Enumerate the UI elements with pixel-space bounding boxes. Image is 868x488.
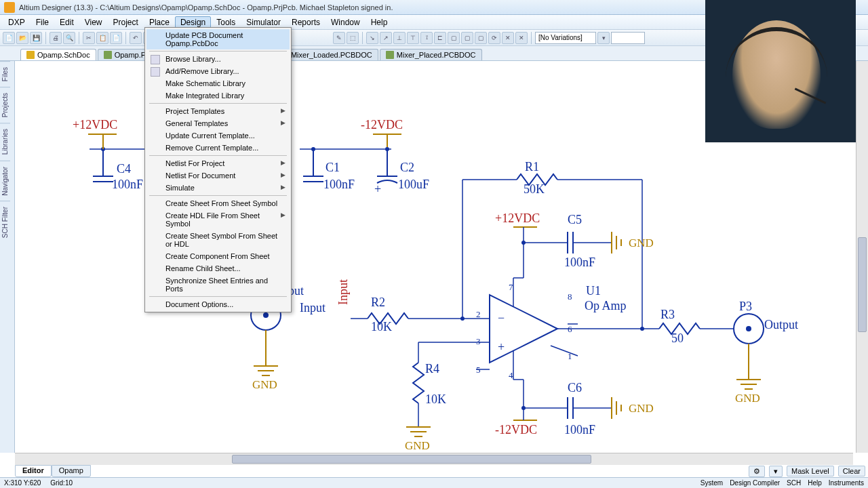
menu-help[interactable]: Help — [366, 16, 393, 28]
toolbar-button[interactable]: ▢ — [475, 32, 487, 44]
toolbar-button[interactable]: ▾ — [769, 466, 783, 477]
side-tab[interactable]: Libraries — [0, 123, 10, 160]
menu-item[interactable]: Add/Remove Library... — [146, 65, 290, 77]
status-bar: X:310 Y:620 Grid:10 SystemDesign Compile… — [0, 477, 868, 488]
tab-icon — [386, 51, 394, 59]
menu-reports[interactable]: Reports — [286, 16, 326, 28]
svg-text:C1: C1 — [326, 161, 340, 174]
toolbar-button[interactable]: 🔍 — [63, 32, 75, 44]
svg-text:50: 50 — [671, 331, 684, 345]
menu-edit[interactable]: Edit — [54, 16, 79, 28]
toolbar-combo[interactable] — [611, 32, 645, 44]
side-tab[interactable]: SCH Filter — [0, 201, 10, 243]
variations-combo[interactable]: [No Variations] — [535, 32, 596, 44]
svg-text:GND: GND — [735, 392, 760, 405]
menu-item[interactable]: Synchronize Sheet Entries and Ports — [146, 274, 290, 295]
menu-item[interactable]: Create Sheet From Sheet Symbol — [146, 197, 290, 209]
menu-item[interactable]: Netlist For Project▶ — [146, 157, 290, 169]
toolbar-button[interactable]: ✂ — [83, 32, 95, 44]
menu-item-icon — [151, 55, 160, 64]
bottom-tab-editor[interactable]: Editor — [15, 465, 52, 477]
menu-item[interactable]: Create Sheet Symbol From Sheet or HDL — [146, 230, 290, 250]
toolbar-button[interactable]: 📋 — [96, 32, 108, 44]
svg-text:GND: GND — [405, 439, 430, 452]
menu-item[interactable]: Create HDL File From Sheet Symbol▶ — [146, 209, 290, 230]
menu-view[interactable]: View — [79, 16, 108, 28]
horizontal-scrollbar[interactable] — [15, 453, 853, 465]
menu-project[interactable]: Project — [108, 16, 144, 28]
menu-item[interactable]: Document Options... — [146, 298, 290, 310]
side-tab[interactable]: Files — [0, 61, 10, 87]
menu-item[interactable]: Netlist For Document▶ — [146, 169, 290, 182]
toolbar-button[interactable]: 📄 — [110, 32, 122, 44]
design-menu-dropdown: Update PCB Document Opamp.PcbDocBrowse L… — [144, 27, 292, 312]
menu-item[interactable]: Update Current Template... — [146, 129, 290, 142]
toolbar-button[interactable]: ↶ — [130, 32, 142, 44]
toolbar-button[interactable]: ↗ — [380, 32, 392, 44]
menu-simulator[interactable]: Simulator — [241, 16, 286, 28]
menu-item[interactable]: Create Component From Sheet — [146, 250, 290, 262]
svg-point-33 — [263, 312, 269, 318]
menu-place[interactable]: Place — [144, 16, 175, 28]
side-tab[interactable]: Navigator — [0, 161, 10, 201]
status-panel[interactable]: SCH — [787, 479, 801, 487]
menu-item[interactable]: Project Templates▶ — [146, 105, 290, 117]
menu-item[interactable]: Update PCB Document Opamp.PcbDoc — [146, 29, 290, 49]
toolbar-button[interactable]: ▢ — [461, 32, 473, 44]
toolbar-button[interactable]: ↘ — [366, 32, 378, 44]
vertical-scrollbar[interactable] — [856, 61, 868, 453]
menu-item[interactable]: Make Schematic Library — [146, 77, 290, 89]
toolbar-button[interactable]: ⟟ — [420, 32, 433, 44]
toolbar-button[interactable]: 🖨 — [50, 32, 62, 44]
status-panel[interactable]: Instruments — [829, 479, 864, 487]
svg-text:+12VDC: +12VDC — [73, 118, 117, 131]
svg-text:100nF: 100nF — [323, 178, 355, 191]
svg-text:P3: P3 — [739, 300, 752, 313]
toolbar-button[interactable]: ✎ — [333, 32, 345, 44]
menu-item[interactable]: General Templates▶ — [146, 117, 290, 129]
svg-point-45 — [460, 317, 465, 321]
side-tab[interactable]: Projects — [0, 87, 10, 123]
menu-design[interactable]: Design — [175, 16, 211, 28]
scrollbar-thumb[interactable] — [232, 455, 591, 464]
submenu-arrow-icon: ▶ — [281, 107, 285, 114]
svg-text:4: 4 — [509, 370, 513, 380]
toolbar-button[interactable]: ⊤ — [407, 32, 419, 44]
toolbar-button[interactable]: ▢ — [448, 32, 460, 44]
menu-file[interactable]: File — [31, 16, 54, 28]
toolbar-button[interactable]: ⊥ — [393, 32, 406, 44]
svg-text:10K: 10K — [371, 320, 392, 333]
svg-text:R1: R1 — [525, 160, 539, 174]
bottom-tab-opamp[interactable]: Opamp — [52, 465, 91, 477]
toolbar-button[interactable]: ⚙ — [749, 466, 765, 477]
status-panel[interactable]: System — [701, 479, 723, 487]
toolbar-button[interactable]: ✕ — [515, 32, 528, 44]
toolbar-button[interactable]: ▾ — [597, 32, 610, 44]
menu-item[interactable]: Remove Current Template... — [146, 142, 290, 154]
toolbar-button[interactable]: 💾 — [30, 32, 42, 44]
toolbar-button[interactable]: 📄 — [3, 32, 15, 44]
toolbar-button[interactable]: ⟳ — [488, 32, 500, 44]
toolbar-button[interactable]: ✕ — [502, 32, 514, 44]
toolbar-button[interactable]: ⊏ — [434, 32, 446, 44]
menu-item[interactable]: Rename Child Sheet... — [146, 262, 290, 274]
menu-window[interactable]: Window — [326, 16, 366, 28]
toolbar-button[interactable]: ⬚ — [347, 32, 359, 44]
menu-tools[interactable]: Tools — [211, 16, 241, 28]
menu-item[interactable]: Simulate▶ — [146, 182, 290, 194]
status-panel[interactable]: Design Compiler — [730, 479, 780, 487]
doc-tab[interactable]: Opamp.SchDoc — [20, 49, 96, 60]
toolbar-button[interactable]: 📂 — [16, 32, 28, 44]
status-panel[interactable]: Help — [808, 479, 822, 487]
menu-dxp[interactable]: DXP — [3, 16, 31, 28]
clear-button[interactable]: Clear — [838, 466, 865, 476]
mask-level-button[interactable]: Mask Level — [787, 466, 834, 476]
status-grid: Grid:10 — [50, 479, 73, 487]
svg-text:3: 3 — [476, 336, 481, 346]
menu-item[interactable]: Make Integrated Library — [146, 89, 290, 102]
svg-text:C5: C5 — [568, 213, 582, 226]
doc-tab[interactable]: Mixer_Placed.PCBDOC — [380, 49, 482, 60]
menu-item[interactable]: Browse Library... — [146, 53, 290, 65]
svg-text:1: 1 — [568, 351, 572, 361]
scrollbar-thumb[interactable] — [858, 237, 867, 332]
